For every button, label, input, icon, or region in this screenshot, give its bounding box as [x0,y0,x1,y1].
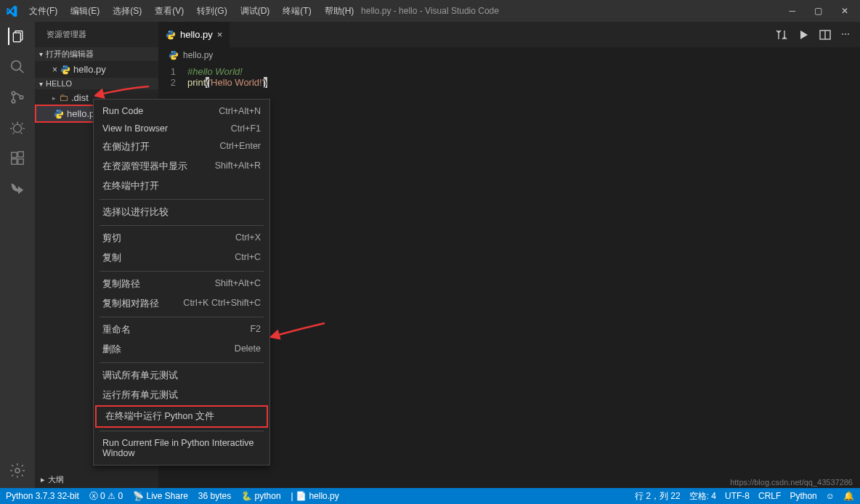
context-menu-item[interactable]: 复制Ctrl+C [94,248,269,268]
context-menu-item[interactable]: 复制路径Shift+Alt+C [94,275,269,294]
menu-help[interactable]: 帮助(H) [319,2,360,20]
outline-label: 大纲 [48,474,64,485]
split-editor-icon[interactable] [819,29,831,41]
context-menu-shortcut: Shift+Alt+C [215,278,261,290]
context-menu-item[interactable]: 在侧边打开Ctrl+Enter [94,137,269,157]
context-menu-item[interactable]: 在资源管理器中显示Shift+Alt+R [94,157,269,176]
status-notifications-icon[interactable]: 🔔 [843,491,854,501]
close-icon[interactable]: × [217,29,223,40]
context-menu-item[interactable]: View In BrowserCtrl+F1 [94,120,269,137]
breadcrumb-file: hello.py [183,50,213,60]
context-menu-item[interactable]: 重命名F2 [94,320,269,340]
svg-rect-16 [12,159,17,164]
main-menu: 文件(F) 编辑(E) 选择(S) 查看(V) 转到(G) 调试(D) 终端(T… [23,2,360,20]
status-indent[interactable]: 空格: 4 [689,490,716,503]
run-icon[interactable] [798,29,809,41]
chevron-right-icon: ▸ [41,475,45,484]
svg-point-21 [67,72,68,73]
context-menu-shortcut: Shift+Alt+R [215,160,261,173]
chevron-right-icon: ▸ [52,94,56,102]
context-menu-item[interactable]: 调试所有单元测试 [94,366,269,386]
context-menu-label: 在资源管理器中显示 [102,160,187,173]
status-feedback-icon[interactable]: ☺ [826,491,835,501]
close-button[interactable]: ✕ [841,6,848,16]
chevron-down-icon: ▾ [39,50,43,58]
breadcrumb[interactable]: hello.py [158,47,860,63]
svg-point-28 [171,52,172,52]
status-problems[interactable]: ⓧ 0 ⚠ 0 [89,490,123,503]
menu-terminal[interactable]: 终端(T) [277,2,317,20]
explorer-icon[interactable] [8,28,25,45]
debug-icon[interactable] [9,119,26,137]
search-icon[interactable] [9,58,26,76]
svg-rect-18 [18,152,23,157]
context-menu-item[interactable]: 剪切Ctrl+X [94,229,269,248]
status-eol[interactable]: CRLF [758,491,781,501]
source-control-icon[interactable] [9,89,26,106]
context-menu-item[interactable]: 在终端中打开 [94,176,269,196]
context-menu-label: Run Code [102,106,143,116]
context-menu-separator [100,317,264,317]
code-comment: #hello World! [187,66,243,77]
maximize-button[interactable]: ▢ [814,6,822,16]
code-func: print [187,77,206,88]
extensions-icon[interactable] [9,150,26,167]
menu-select[interactable]: 选择(S) [107,2,147,20]
svg-point-6 [20,96,23,99]
context-menu-shortcut: Ctrl+Alt+N [219,106,261,116]
context-menu-shortcut: Ctrl+K Ctrl+Shift+C [183,298,261,310]
context-menu-item[interactable]: 复制相对路径Ctrl+K Ctrl+Shift+C [94,294,269,314]
minimize-button[interactable]: ─ [789,6,795,16]
close-icon[interactable]: × [52,65,57,75]
code-bracket: ) [264,77,267,88]
tab-hello[interactable]: hello.py × [158,22,230,47]
title-bar: 文件(F) 编辑(E) 选择(S) 查看(V) 转到(G) 调试(D) 终端(T… [0,0,860,22]
context-menu-item[interactable]: 删除Delete [94,340,269,359]
status-filesize[interactable]: 36 bytes [198,491,231,501]
context-menu-label: 复制路径 [102,278,140,290]
svg-point-20 [63,65,64,66]
context-menu-item[interactable]: Run CodeCtrl+Alt+N [94,102,269,120]
python-file-icon [166,30,176,40]
code-editor[interactable]: 1#hello World! 2print('Hello World!') [158,63,860,91]
context-menu-separator [100,362,264,363]
project-header[interactable]: ▾HELLO [35,78,158,89]
status-file[interactable]: | 📄 hello.py [291,491,339,501]
context-menu-shortcut: Ctrl+Enter [219,141,261,153]
context-menu-item[interactable]: 运行所有单元测试 [94,386,269,405]
svg-line-13 [13,132,15,134]
status-encoding[interactable]: UTF-8 [725,491,750,501]
explorer-title: 资源管理器 [35,22,158,47]
svg-point-29 [175,58,176,59]
outline-section[interactable]: ▸大纲 [35,471,158,488]
menu-file[interactable]: 文件(F) [23,2,63,20]
menu-go[interactable]: 转到(G) [191,2,232,20]
svg-point-24 [169,31,169,31]
context-menu-label: 重命名 [102,324,131,336]
open-editors-header[interactable]: ▾打开的编辑器 [35,47,158,61]
menu-view[interactable]: 查看(V) [149,2,190,20]
liveshare-icon[interactable] [9,180,26,198]
tab-label: hello.py [180,29,213,40]
more-icon[interactable]: ⋯ [841,29,850,41]
context-menu-item[interactable]: 选择以进行比较 [94,203,269,222]
status-python-lang[interactable]: 🐍 python [241,491,280,501]
status-liveshare[interactable]: 📡 Live Share [133,491,188,501]
context-menu-label: 运行所有单元测试 [102,389,178,402]
context-menu-label: View In Browser [102,123,168,134]
folder-icon: 🗀 [59,92,68,103]
svg-rect-17 [18,159,23,164]
svg-line-14 [21,132,23,134]
status-language-mode[interactable]: Python [790,491,816,501]
settings-icon[interactable] [9,462,26,479]
context-menu-item[interactable]: 在终端中运行 Python 文件 [95,405,268,428]
compare-changes-icon[interactable] [776,29,787,41]
svg-point-2 [12,61,21,70]
status-cursor-pos[interactable]: 行 2，列 22 [635,490,681,503]
menu-edit[interactable]: 编辑(E) [65,2,105,20]
context-menu-item[interactable]: Run Current File in Python Interactive W… [94,434,269,462]
tree-item-label: .dist [71,92,89,103]
menu-debug[interactable]: 调试(D) [235,2,276,20]
status-python-version[interactable]: Python 3.7.3 32-bit [6,491,79,501]
open-editor-item[interactable]: × hello.py [35,62,158,76]
